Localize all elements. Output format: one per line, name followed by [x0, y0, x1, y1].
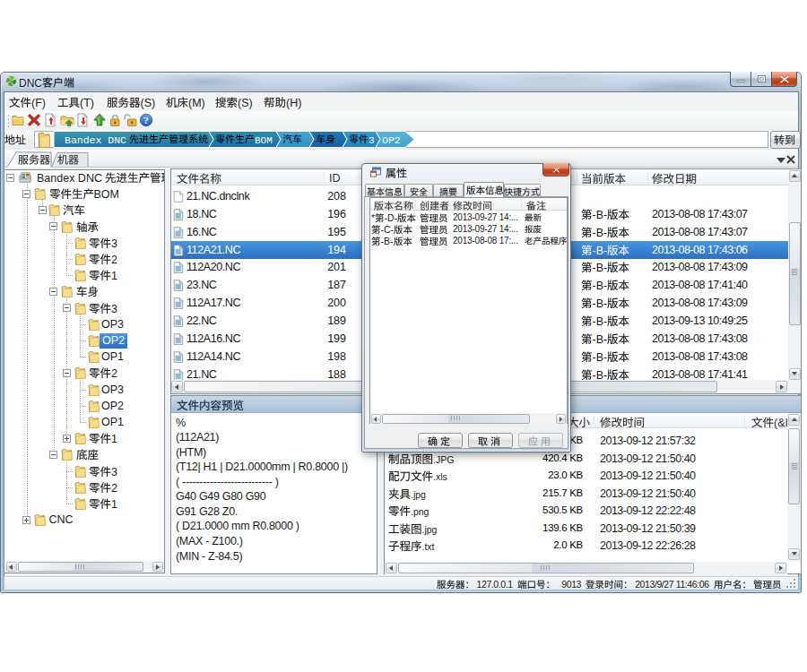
svg-text:?: ? — [143, 115, 149, 125]
svg-text:OP2: OP2 — [382, 134, 401, 146]
svg-text:3: 3 — [369, 135, 375, 146]
svg-text:BOM: BOM — [255, 135, 273, 146]
svg-text:Bandex DNC: Bandex DNC — [65, 134, 126, 146]
